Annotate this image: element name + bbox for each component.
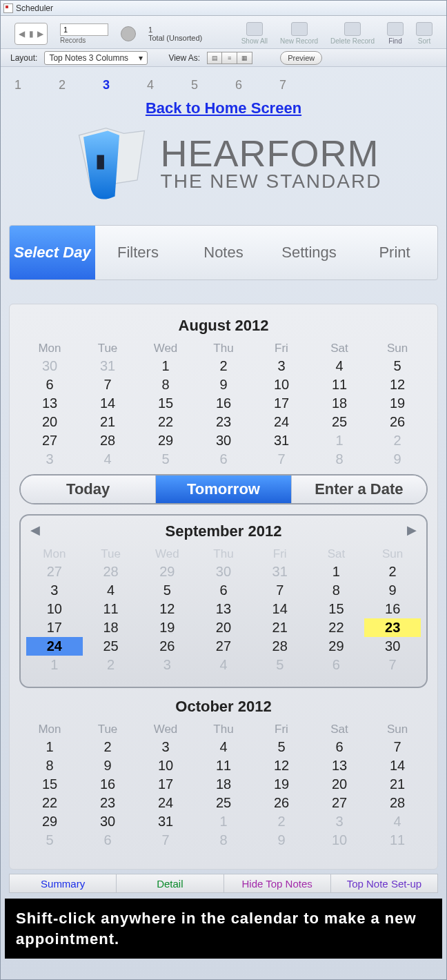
day-cell[interactable]: 19 (368, 394, 426, 413)
day-cell[interactable]: 11 (195, 756, 252, 775)
day-cell[interactable]: 5 (137, 450, 195, 469)
day-cell[interactable]: 31 (137, 812, 195, 831)
day-cell[interactable]: 28 (368, 794, 426, 812)
day-cell[interactable]: 5 (139, 581, 195, 600)
day-cell[interactable]: 13 (21, 394, 79, 413)
day-cell[interactable]: 29 (137, 431, 195, 450)
day-cell[interactable]: 5 (368, 357, 426, 375)
day-cell[interactable]: 3 (26, 581, 83, 600)
show-all-button[interactable]: Show All (241, 22, 268, 45)
day-cell[interactable]: 4 (79, 450, 137, 469)
day-cell[interactable]: 27 (26, 562, 83, 581)
day-cell[interactable]: 23 (364, 618, 421, 637)
day-cell[interactable]: 2 (83, 656, 139, 674)
day-cell[interactable]: 18 (310, 394, 368, 413)
day-cell[interactable]: 26 (252, 794, 310, 812)
day-cell[interactable]: 6 (79, 831, 137, 850)
find-button[interactable]: Find (387, 22, 404, 45)
new-record-button[interactable]: New Record (280, 22, 318, 45)
day-cell[interactable]: 9 (252, 831, 310, 850)
day-cell[interactable]: 7 (137, 831, 195, 850)
day-cell[interactable]: 25 (310, 413, 368, 431)
day-cell[interactable]: 10 (137, 756, 195, 775)
delete-record-button[interactable]: Delete Record (330, 22, 375, 45)
day-cell[interactable]: 7 (79, 375, 137, 394)
day-cell[interactable]: 22 (137, 413, 195, 431)
day-cell[interactable]: 21 (252, 618, 308, 637)
day-cell[interactable]: 20 (21, 413, 79, 431)
day-cell[interactable]: 10 (26, 600, 83, 618)
viewas-list[interactable]: ≡ (222, 52, 237, 64)
day-cell[interactable]: 7 (368, 738, 426, 756)
chevron-right-icon[interactable]: ▶ (37, 29, 43, 39)
day-cell[interactable]: 12 (368, 375, 426, 394)
day-cell[interactable]: 5 (252, 656, 308, 674)
view-tab[interactable]: Settings (266, 226, 352, 280)
day-cell[interactable]: 31 (252, 431, 310, 450)
sort-button[interactable]: Sort (416, 22, 433, 45)
day-cell[interactable]: 16 (195, 394, 252, 413)
day-cell[interactable]: 4 (195, 656, 252, 674)
view-tab[interactable]: Select Day (10, 226, 95, 280)
day-cell[interactable]: 22 (21, 794, 79, 812)
page-number[interactable]: 5 (191, 78, 198, 92)
day-cell[interactable]: 19 (139, 618, 195, 637)
day-cell[interactable]: 20 (195, 618, 252, 637)
day-cell[interactable]: 3 (252, 357, 310, 375)
day-cell[interactable]: 24 (26, 637, 83, 656)
tab-detail[interactable]: Detail (117, 874, 223, 893)
day-cell[interactable]: 8 (310, 450, 368, 469)
day-cell[interactable]: 17 (26, 618, 83, 637)
day-cell[interactable]: 28 (79, 431, 137, 450)
day-cell[interactable]: 14 (252, 600, 308, 618)
day-cell[interactable]: 1 (308, 562, 365, 581)
day-cell[interactable]: 17 (252, 394, 310, 413)
day-cell[interactable]: 5 (252, 738, 310, 756)
day-cell[interactable]: 3 (21, 450, 79, 469)
day-cell[interactable]: 7 (252, 581, 308, 600)
day-cell[interactable]: 15 (308, 600, 365, 618)
day-cell[interactable]: 13 (195, 600, 252, 618)
tte-button[interactable]: Tomorrow (155, 476, 290, 503)
day-cell[interactable]: 9 (79, 756, 137, 775)
day-cell[interactable]: 4 (368, 812, 426, 831)
day-cell[interactable]: 4 (83, 581, 139, 600)
day-cell[interactable]: 24 (137, 794, 195, 812)
day-cell[interactable]: 16 (364, 600, 421, 618)
day-cell[interactable]: 27 (310, 794, 368, 812)
day-cell[interactable]: 2 (368, 431, 426, 450)
day-cell[interactable]: 2 (195, 357, 252, 375)
day-cell[interactable]: 13 (310, 756, 368, 775)
day-cell[interactable]: 30 (195, 431, 252, 450)
day-cell[interactable]: 6 (195, 450, 252, 469)
day-cell[interactable]: 11 (83, 600, 139, 618)
day-cell[interactable]: 26 (368, 413, 426, 431)
day-cell[interactable]: 28 (83, 562, 139, 581)
day-cell[interactable]: 21 (79, 413, 137, 431)
day-cell[interactable]: 29 (21, 812, 79, 831)
day-cell[interactable]: 1 (26, 656, 83, 674)
next-month-button[interactable]: ▶ (407, 522, 417, 538)
day-cell[interactable]: 20 (310, 775, 368, 794)
day-cell[interactable]: 9 (364, 581, 421, 600)
day-cell[interactable]: 7 (364, 656, 421, 674)
viewas-table[interactable]: ▦ (237, 52, 252, 64)
page-number[interactable]: 1 (14, 78, 21, 92)
day-cell[interactable]: 4 (310, 357, 368, 375)
day-cell[interactable]: 28 (252, 637, 308, 656)
day-cell[interactable]: 3 (139, 656, 195, 674)
day-cell[interactable]: 2 (364, 562, 421, 581)
viewas-form[interactable]: ▤ (207, 52, 222, 64)
day-cell[interactable]: 30 (21, 357, 79, 375)
page-number[interactable]: 7 (279, 78, 286, 92)
day-cell[interactable]: 30 (195, 562, 252, 581)
day-cell[interactable]: 30 (364, 637, 421, 656)
day-cell[interactable]: 17 (137, 775, 195, 794)
view-tab[interactable]: Filters (95, 226, 181, 280)
day-cell[interactable]: 22 (308, 618, 365, 637)
day-cell[interactable]: 15 (21, 775, 79, 794)
page-number[interactable]: 3 (103, 78, 110, 92)
layout-select[interactable]: Top Notes 3 Columns ▾ (44, 51, 148, 65)
day-cell[interactable]: 29 (139, 562, 195, 581)
day-cell[interactable]: 31 (252, 562, 308, 581)
